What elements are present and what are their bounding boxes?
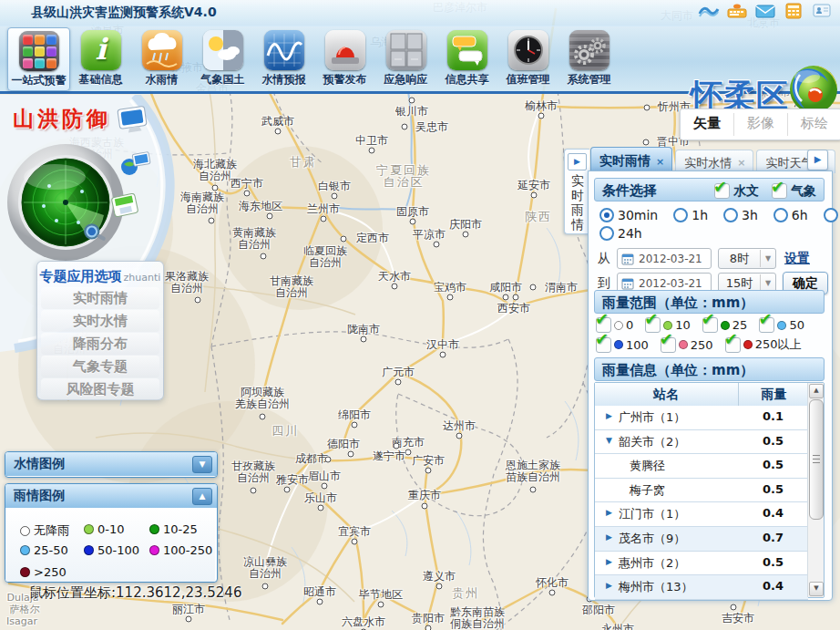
- toolbar-item-app-grid[interactable]: 一站式预警: [7, 27, 70, 91]
- chevron-down-icon[interactable]: ▼: [606, 436, 612, 445]
- collapse-arrow-icon[interactable]: ▶: [568, 153, 587, 170]
- map-label: 固原市: [396, 206, 429, 218]
- scroll-up-button[interactable]: ▲: [809, 384, 824, 398]
- tab-close-icon[interactable]: ×: [656, 156, 664, 168]
- radio-6h[interactable]: 6h: [773, 208, 808, 222]
- toolbar-item-weather[interactable]: 气象国土: [192, 27, 253, 89]
- water-wave-icon[interactable]: [698, 3, 720, 19]
- mouse-coordinates-status: 鼠标位置坐标:112.3612,23.5246: [29, 584, 241, 602]
- rain-value: 0.5: [738, 482, 808, 496]
- toolbar-items: 一站式预警i基础信息水雨情气象国土水情预报预警发布应急响应信息共享值班管理系统管…: [7, 27, 620, 91]
- from-label: 从: [598, 251, 610, 267]
- range-check-100[interactable]: ✔100: [596, 336, 649, 353]
- calculator-icon[interactable]: [783, 3, 804, 19]
- map-label: 广元市: [382, 367, 415, 378]
- map-label: 白银市: [318, 181, 351, 192]
- checkbox-气象[interactable]: ✔气象: [772, 179, 816, 202]
- map-imagery-button[interactable]: 影像: [734, 109, 787, 139]
- menu-item-实时水情[interactable]: 实时水情: [41, 310, 159, 332]
- legend-dot: [84, 524, 94, 534]
- checkbox-水文[interactable]: ✔水文: [714, 179, 759, 202]
- keyboard-icon[interactable]: [726, 3, 748, 19]
- menu-item-降雨分布[interactable]: 降雨分布: [41, 333, 159, 355]
- city-dot-marker: [284, 487, 291, 493]
- map-label: 临夏回族 自治州: [303, 245, 347, 269]
- table-row-梅子窝[interactable]: 梅子窝0.5: [595, 479, 808, 503]
- menu-item-气象专题[interactable]: 气象专题: [41, 356, 159, 377]
- city-dot-marker: [434, 242, 440, 248]
- city-dot-marker: [186, 616, 192, 623]
- table-row-梅州市（13）[interactable]: ▶梅州市（13）0.4: [595, 575, 808, 600]
- scroll-down-button[interactable]: ▼: [809, 582, 824, 596]
- chevron-right-icon[interactable]: ▶: [606, 532, 612, 542]
- from-date-input[interactable]: 2012-03-21: [617, 248, 712, 269]
- forecast-icon: [264, 30, 304, 70]
- rain-legend-collapse-button[interactable]: ▲: [192, 488, 212, 505]
- menu-item-实时雨情[interactable]: 实时雨情: [41, 287, 159, 309]
- map-label: 甘肃: [290, 156, 317, 168]
- radio-24h[interactable]: 24h: [599, 226, 642, 241]
- chevron-right-icon[interactable]: ▶: [606, 411, 612, 420]
- radio-1h[interactable]: 1h: [673, 208, 708, 222]
- radio-30min[interactable]: 30min: [599, 208, 658, 222]
- tab-实时雨情[interactable]: 实时雨情×: [590, 147, 672, 173]
- chevron-right-icon[interactable]: ▶: [606, 557, 612, 566]
- map-vector-button[interactable]: 矢量: [681, 109, 733, 139]
- city-dot-marker: [392, 284, 398, 290]
- toolbar-item-clock[interactable]: 值班管理: [497, 27, 558, 89]
- toolbar-item-label: 水雨情: [131, 72, 192, 88]
- tab-label: 实时雨情: [599, 153, 650, 170]
- water-legend-expand-button[interactable]: ▼: [192, 456, 212, 473]
- map-label: 乐山市: [304, 492, 337, 504]
- scrollbar-thumb[interactable]: [809, 399, 824, 520]
- city-dot-marker: [731, 604, 737, 611]
- from-hour-select[interactable]: 8时 ▼: [718, 248, 776, 269]
- tab-close-icon[interactable]: ×: [737, 157, 745, 169]
- table-row-惠州市（2）[interactable]: ▶惠州市（2）0.5: [595, 552, 808, 576]
- radio-3h[interactable]: 3h: [723, 208, 758, 222]
- toolbar-item-rain[interactable]: 水雨情: [131, 27, 192, 89]
- table-scrollbar[interactable]: ▲ ▼: [807, 383, 824, 597]
- range-check-250以上[interactable]: ✔250以上: [725, 336, 802, 353]
- table-row-广州市（1）[interactable]: ▶广州市（1）0.1: [595, 406, 808, 430]
- city-dot-marker: [405, 449, 412, 456]
- toolbar-item-share[interactable]: 信息共享: [436, 27, 497, 89]
- menu-item-风险图专题[interactable]: 风险图专题: [41, 378, 159, 400]
- topic-menu-subtitle: zhuanti: [124, 272, 161, 284]
- range-check-250[interactable]: ✔250: [661, 336, 713, 353]
- range-check-50[interactable]: ✔50: [759, 317, 804, 333]
- mail-icon[interactable]: [754, 3, 776, 19]
- checkbox-box: ✔: [725, 337, 741, 353]
- legend-item: 10-25: [149, 522, 198, 536]
- tab-scroll-right-button[interactable]: ▶: [807, 150, 828, 170]
- map-label: 海东地区: [239, 201, 282, 212]
- toolbar-item-gears[interactable]: 系统管理: [558, 27, 620, 89]
- map-label: 毕节地区: [359, 589, 403, 601]
- radio-12h[interactable]: 12h: [824, 208, 840, 222]
- radio-label: 24h: [618, 226, 642, 241]
- toolbar-item-alarm[interactable]: 预警发布: [314, 27, 375, 89]
- city-dot-marker: [341, 236, 347, 243]
- map-label: 陇南市: [347, 324, 380, 336]
- table-row-黄腾径[interactable]: 黄腾径0.5: [595, 454, 808, 479]
- alarm-icon: [325, 30, 365, 70]
- toolbar-item-forecast[interactable]: 水情预报: [253, 27, 314, 89]
- settings-link[interactable]: 设置: [784, 251, 810, 267]
- map-label: 阿坝藏族 羌族自治州: [235, 387, 290, 410]
- right-panel-tabs: 实时雨情×实时水情×实时天气×: [590, 147, 835, 173]
- table-row-茂名市（9）[interactable]: ▶茂名市（9）0.7: [595, 527, 808, 552]
- map-label: 成都市: [295, 453, 328, 465]
- panel-collapse-tab[interactable]: ▶ 实时雨情: [564, 149, 589, 234]
- map-plot-button[interactable]: 标绘: [788, 109, 840, 139]
- chat-window-icon[interactable]: [811, 3, 833, 19]
- toolbar-item-info[interactable]: i基础信息: [70, 27, 131, 89]
- radio-label: 30min: [618, 208, 658, 222]
- checkbox-box: ✔: [772, 183, 787, 199]
- chevron-right-icon[interactable]: ▶: [606, 508, 612, 517]
- toolbar-item-response[interactable]: 应急响应: [375, 27, 436, 89]
- city-dot-marker: [395, 379, 402, 386]
- chevron-right-icon[interactable]: ▶: [606, 581, 612, 590]
- table-row-韶关市（2）[interactable]: ▼韶关市（2）0.5: [595, 430, 808, 455]
- table-row-江门市（1）[interactable]: ▶江门市（1）0.4: [595, 502, 808, 527]
- topic-menu-title: 专题应用选项zhuanti: [37, 267, 163, 285]
